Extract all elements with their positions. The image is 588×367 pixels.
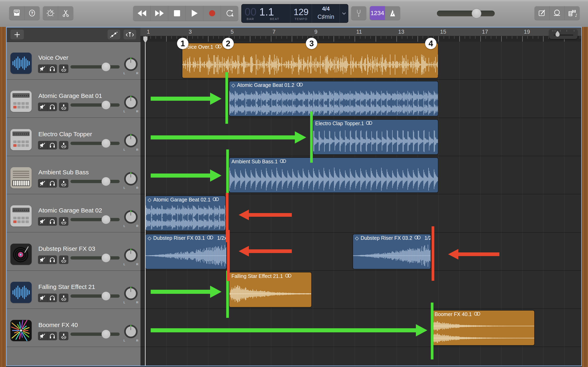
track-volume-slider[interactable] xyxy=(70,65,120,68)
automation-button[interactable] xyxy=(108,30,120,39)
ruler-bar-numbers[interactable]: 13579111315171921 xyxy=(140,27,581,36)
solo-button[interactable] xyxy=(48,256,57,264)
playhead-line[interactable] xyxy=(145,36,146,366)
input-monitor-button[interactable] xyxy=(59,294,68,302)
rewind-button[interactable] xyxy=(133,6,150,21)
solo-button[interactable] xyxy=(48,103,57,111)
pan-knob[interactable] xyxy=(124,210,138,224)
solo-button[interactable] xyxy=(48,217,57,226)
audio-region[interactable]: Voice Over.1 xyxy=(182,43,439,78)
input-monitor-button[interactable] xyxy=(59,256,68,264)
pan-knob[interactable] xyxy=(124,172,138,185)
input-monitor-button[interactable] xyxy=(59,103,68,111)
track-volume-thumb[interactable] xyxy=(102,62,111,71)
mute-button[interactable] xyxy=(38,64,48,73)
audio-region[interactable]: Boomer FX 40.1 xyxy=(432,310,535,346)
track-volume-thumb[interactable] xyxy=(102,100,111,109)
lcd-position-section[interactable]: 00 1.1 BAR BEAT xyxy=(241,4,290,23)
solo-button[interactable] xyxy=(48,141,57,150)
ruler-beat-ticks[interactable] xyxy=(140,36,581,42)
audio-region[interactable]: ◇Atomic Garage Beat 01.2 xyxy=(229,81,438,117)
master-volume-thumb[interactable] xyxy=(472,8,481,18)
audio-region[interactable]: Ambient Sub Bass.1 xyxy=(229,157,438,193)
solo-button[interactable] xyxy=(48,332,57,340)
horizontal-zoom-slider[interactable] xyxy=(549,29,577,39)
pan-knob[interactable] xyxy=(124,287,138,300)
track-volume-thumb[interactable] xyxy=(102,292,111,300)
count-in-button[interactable]: 1234 xyxy=(370,6,385,20)
library-button[interactable] xyxy=(9,6,24,20)
track-name[interactable]: Dubstep Riser FX 03 xyxy=(38,245,95,252)
catch-playhead-button[interactable] xyxy=(123,30,136,39)
track-header-row[interactable]: Electro Clap Topper LR xyxy=(7,118,140,156)
track-name[interactable]: Voice Over xyxy=(38,54,68,61)
input-monitor-button[interactable] xyxy=(59,217,68,226)
record-button[interactable] xyxy=(203,6,221,21)
input-monitor-button[interactable] xyxy=(59,179,68,188)
track-volume-thumb[interactable] xyxy=(102,330,111,339)
track-header-row[interactable]: Boomer FX 40 LR xyxy=(7,309,140,347)
forward-button[interactable] xyxy=(150,6,168,21)
input-monitor-button[interactable] xyxy=(59,332,68,340)
stop-button[interactable] xyxy=(168,6,186,21)
solo-button[interactable] xyxy=(48,64,57,73)
track-volume-slider[interactable] xyxy=(70,103,120,107)
smart-controls-button[interactable] xyxy=(43,6,58,20)
track-name[interactable]: Electro Clap Topper xyxy=(38,131,92,138)
track-header-row[interactable]: Dubstep Riser FX 03 LR xyxy=(7,233,140,271)
tuner-button[interactable] xyxy=(351,6,366,20)
track-name[interactable]: Ambient Sub Bass xyxy=(38,169,89,176)
lcd-tempo-section[interactable]: 129 TEMPO xyxy=(290,4,312,23)
mute-button[interactable] xyxy=(38,141,48,150)
track-volume-thumb[interactable] xyxy=(102,253,111,262)
track-volume-slider[interactable] xyxy=(70,180,120,183)
editors-button[interactable] xyxy=(58,6,73,20)
solo-button[interactable] xyxy=(48,179,57,188)
track-volume-slider[interactable] xyxy=(70,256,120,259)
track-volume-slider[interactable] xyxy=(70,294,120,298)
pan-knob[interactable] xyxy=(124,249,138,262)
audio-region[interactable]: ◇Dubstep Riser FX 03.2 1/2x xyxy=(353,234,431,269)
note-pad-button[interactable] xyxy=(535,6,549,20)
track-name[interactable]: Atomic Garage Beat 02 xyxy=(38,207,102,214)
track-volume-slider[interactable] xyxy=(70,218,120,221)
input-monitor-button[interactable] xyxy=(59,141,68,150)
track-name[interactable]: Falling Star Effect 21 xyxy=(38,284,95,290)
mute-button[interactable] xyxy=(38,332,48,340)
metronome-button[interactable] xyxy=(385,6,400,20)
pan-knob[interactable] xyxy=(124,96,138,109)
add-track-button[interactable] xyxy=(10,30,24,39)
audio-region[interactable]: Electro Clap Topper.1 xyxy=(313,119,439,155)
track-header-row[interactable]: Ambient Sub Bass LR xyxy=(7,156,140,194)
track-volume-thumb[interactable] xyxy=(102,215,111,224)
pan-knob[interactable] xyxy=(124,134,138,147)
play-button[interactable] xyxy=(186,6,203,21)
audio-region[interactable]: ◇Atomic Garage Beat 02.1 xyxy=(145,196,226,231)
playhead-handle[interactable] xyxy=(143,36,148,43)
pan-knob[interactable] xyxy=(124,325,138,338)
track-name[interactable]: Atomic Garage Beat 01 xyxy=(38,92,102,99)
audio-region[interactable]: Falling Star Effect 21.1 xyxy=(229,272,311,308)
track-header-row[interactable]: Voice Over LR xyxy=(7,42,140,80)
input-monitor-button[interactable] xyxy=(59,64,68,73)
mute-button[interactable] xyxy=(38,179,48,188)
quick-help-button[interactable]: ? xyxy=(24,6,40,20)
track-volume-thumb[interactable] xyxy=(102,139,111,148)
loop-browser-button[interactable] xyxy=(549,6,564,20)
mute-button[interactable] xyxy=(38,294,48,302)
master-volume-slider[interactable] xyxy=(437,11,495,16)
track-name[interactable]: Boomer FX 40 xyxy=(38,322,78,328)
mute-button[interactable] xyxy=(38,256,48,264)
track-volume-slider[interactable] xyxy=(70,333,120,336)
audio-region[interactable]: ◇Dubstep Riser FX 03.1 1/2x xyxy=(145,234,227,269)
track-header-row[interactable]: Atomic Garage Beat 01 LR xyxy=(7,80,140,118)
pan-knob[interactable] xyxy=(124,58,138,71)
mute-button[interactable] xyxy=(38,217,48,226)
track-volume-slider[interactable] xyxy=(70,142,120,145)
media-browser-button[interactable]: ♪ xyxy=(564,6,580,20)
cycle-button[interactable] xyxy=(221,6,238,21)
track-header-row[interactable]: Atomic Garage Beat 02 LR xyxy=(7,194,140,233)
track-volume-thumb[interactable] xyxy=(102,177,111,186)
lcd-key-section[interactable]: 4/4 C♯min xyxy=(312,4,339,23)
lcd-mode-chevron[interactable] xyxy=(339,4,348,23)
